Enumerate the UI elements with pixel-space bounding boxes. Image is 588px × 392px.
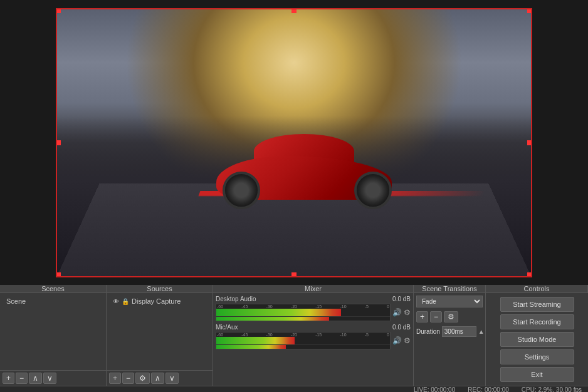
sources-add-button[interactable]: + xyxy=(109,373,121,384)
controls-panel: Start Streaming Start Recording Studio M… xyxy=(486,293,588,386)
mixer-mic-db: 0.0 dB xyxy=(392,324,411,331)
controls-header: Controls xyxy=(486,285,588,292)
panels-content: Scene + − ∧ ∨ 👁 🔒 Display Capture + xyxy=(0,293,588,386)
transitions-header: Scene Transitions xyxy=(414,285,486,292)
mixer-desktop-db: 0.0 dB xyxy=(392,296,411,302)
controls-header-label: Controls xyxy=(524,285,550,292)
transitions-panel: Fade + − ⚙ Duration ▲▼ xyxy=(414,293,486,386)
mixer-desktop-scale: -60-45-30-20-15-10-50 xyxy=(216,304,390,309)
sections-header: Scenes Sources Mixer Scene Transitions C… xyxy=(0,285,588,293)
sources-list: 👁 🔒 Display Capture xyxy=(107,293,213,370)
mixer-mic-bars-container: -60-45-30-20-15-10-50 🔊 ⚙ xyxy=(216,332,411,349)
handle-mid-right[interactable] xyxy=(527,140,532,145)
mixer-mic-fill1 xyxy=(216,337,295,344)
scene-item-label: Scene xyxy=(6,297,26,305)
transition-settings-button[interactable]: ⚙ xyxy=(444,311,458,322)
handle-mid-left[interactable] xyxy=(56,140,61,145)
transition-remove-button[interactable]: − xyxy=(430,311,442,322)
status-rec: REC: 00:00:00 xyxy=(468,386,509,392)
scenes-header: Scenes xyxy=(0,285,107,292)
transition-type-select[interactable]: Fade xyxy=(416,296,483,307)
transition-add-button[interactable]: + xyxy=(416,311,428,322)
sources-up-button[interactable]: ∧ xyxy=(151,373,164,384)
mixer-panel: Desktop Audio 0.0 dB -60-45-30-20-15-10-… xyxy=(213,293,414,386)
preview-area xyxy=(0,0,588,285)
transition-toolbar: + − ⚙ xyxy=(416,311,483,322)
source-item[interactable]: 👁 🔒 Display Capture xyxy=(109,296,210,307)
mixer-mic-scale: -60-45-30-20-15-10-50 xyxy=(216,333,390,337)
car xyxy=(204,128,404,209)
mixer-mic-fill2 xyxy=(216,345,286,349)
mixer-mic-label: Mic/Aux xyxy=(216,324,238,331)
preview-canvas xyxy=(56,8,532,277)
scenes-up-button[interactable]: ∧ xyxy=(29,373,42,384)
sources-settings-button[interactable]: ⚙ xyxy=(135,373,150,384)
mixer-header-label: Mixer xyxy=(305,285,322,292)
studio-mode-button[interactable]: Studio Mode xyxy=(500,332,574,347)
status-live: LIVE: 00:00:00 xyxy=(414,386,455,392)
source-lock-icon: 🔒 xyxy=(122,298,129,305)
handle-bottom-right[interactable] xyxy=(527,272,532,277)
mixer-mic-track1 xyxy=(216,337,390,345)
duration-row: Duration ▲▼ xyxy=(416,326,483,337)
settings-button[interactable]: Settings xyxy=(500,349,574,364)
sources-panel: 👁 🔒 Display Capture + − ⚙ ∧ ∨ xyxy=(107,293,213,386)
start-streaming-button[interactable]: Start Streaming xyxy=(500,297,574,312)
sources-header-label: Sources xyxy=(147,285,172,292)
mixer-desktop-track1 xyxy=(216,309,390,317)
mixer-mic-track2 xyxy=(216,345,390,349)
mixer-desktop-bars: -60-45-30-20-15-10-50 xyxy=(216,304,391,321)
duration-label: Duration xyxy=(416,328,440,335)
scenes-panel: Scene + − ∧ ∨ xyxy=(0,293,107,386)
handle-top-left[interactable] xyxy=(56,8,61,13)
mixer-desktop-fill2 xyxy=(216,317,329,321)
mixer-desktop-fill1 xyxy=(216,309,341,316)
scenes-remove-button[interactable]: − xyxy=(16,373,28,384)
mixer-desktop-gear-icon[interactable]: ⚙ xyxy=(404,308,411,317)
handle-bottom-mid[interactable] xyxy=(291,272,297,277)
scenes-add-button[interactable]: + xyxy=(3,373,14,384)
mixer-channel-mic-header: Mic/Aux 0.0 dB xyxy=(216,324,411,331)
handle-top-mid[interactable] xyxy=(291,8,297,13)
scenes-list: Scene xyxy=(0,293,106,370)
scenes-down-button[interactable]: ∨ xyxy=(43,373,56,384)
mixer-channel-desktop: Desktop Audio 0.0 dB -60-45-30-20-15-10-… xyxy=(216,296,411,321)
sources-down-button[interactable]: ∨ xyxy=(165,373,179,384)
scene-background xyxy=(57,9,531,276)
status-bar: LIVE: 00:00:00 REC: 00:00:00 CPU: 2.9%, … xyxy=(0,386,588,392)
mixer-channel-mic: Mic/Aux 0.0 dB -60-45-30-20-15-10-50 xyxy=(216,324,411,349)
mixer-mic-bars: -60-45-30-20-15-10-50 xyxy=(216,332,391,349)
mixer-desktop-controls: 🔊 ⚙ xyxy=(392,308,411,317)
mixer-mic-controls: 🔊 ⚙ xyxy=(392,336,411,345)
handle-bottom-left[interactable] xyxy=(56,272,61,277)
car-wheel-right xyxy=(354,172,392,209)
start-recording-button[interactable]: Start Recording xyxy=(500,314,574,329)
car-wheel-left xyxy=(223,172,260,209)
handle-top-right[interactable] xyxy=(527,8,532,13)
status-cpu: CPU: 2.9%, 30.00 fps xyxy=(522,386,582,392)
sources-header: Sources xyxy=(107,285,213,292)
mixer-mic-mute-icon[interactable]: 🔊 xyxy=(392,336,402,345)
scenes-header-label: Scenes xyxy=(41,285,65,292)
scenes-toolbar: + − ∧ ∨ xyxy=(0,370,106,386)
duration-input[interactable] xyxy=(442,326,476,337)
bottom-panel: Scenes Sources Mixer Scene Transitions C… xyxy=(0,285,588,392)
sources-toolbar: + − ⚙ ∧ ∨ xyxy=(107,370,213,386)
mixer-header: Mixer xyxy=(213,285,414,292)
mixer-mic-gear-icon[interactable]: ⚙ xyxy=(404,336,411,345)
exit-button[interactable]: Exit xyxy=(500,367,574,382)
mixer-desktop-label: Desktop Audio xyxy=(216,296,256,302)
source-item-label: Display Capture xyxy=(132,297,181,305)
scene-item[interactable]: Scene xyxy=(3,296,103,307)
transitions-header-label: Scene Transitions xyxy=(422,285,476,292)
mixer-desktop-track2 xyxy=(216,317,390,321)
mixer-desktop-mute-icon[interactable]: 🔊 xyxy=(392,308,402,317)
mixer-channel-desktop-header: Desktop Audio 0.0 dB xyxy=(216,296,411,302)
mixer-desktop-bars-container: -60-45-30-20-15-10-50 🔊 ⚙ xyxy=(216,304,411,321)
source-visibility-icon[interactable]: 👁 xyxy=(113,298,119,305)
sources-remove-button[interactable]: − xyxy=(122,373,134,384)
